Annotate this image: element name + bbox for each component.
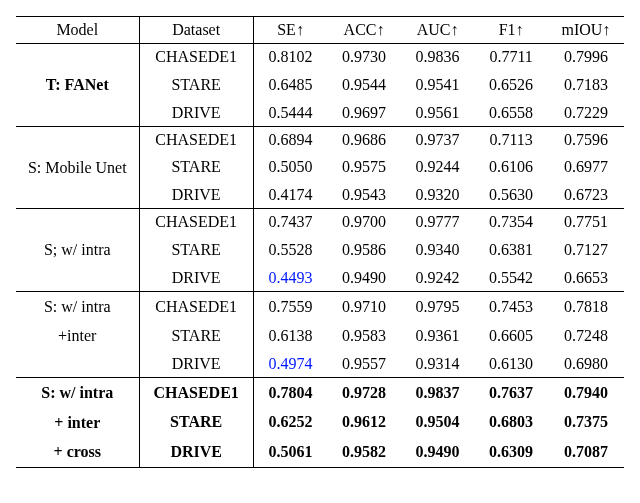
table-row: + crossDRIVE0.50610.95820.94900.63090.70… [16, 437, 624, 467]
dataset-cell: STARE [139, 408, 253, 438]
acc-cell: 0.9730 [327, 44, 401, 71]
model-cell [16, 351, 139, 378]
model-cell: S: w/ intra [16, 377, 139, 407]
model-cell: + cross [16, 437, 139, 467]
se-cell: 0.7804 [253, 377, 327, 407]
miou-cell: 0.7087 [548, 437, 624, 467]
f1-cell: 0.6526 [474, 70, 548, 100]
miou-cell: 0.7229 [548, 100, 624, 127]
miou-cell: 0.7375 [548, 408, 624, 438]
acc-cell: 0.9543 [327, 182, 401, 209]
table-row: DRIVE0.49740.95570.93140.61300.6980 [16, 351, 624, 378]
dataset-cell: CHASEDE1 [139, 44, 253, 71]
auc-cell: 0.9836 [401, 44, 475, 71]
acc-cell: 0.9583 [327, 321, 401, 351]
se-cell: 0.4174 [253, 182, 327, 209]
acc-cell: 0.9686 [327, 126, 401, 153]
dataset-cell: STARE [139, 153, 253, 183]
se-cell: 0.5061 [253, 437, 327, 467]
f1-cell: 0.7113 [474, 126, 548, 153]
table-row: DRIVE0.41740.95430.93200.56300.6723 [16, 182, 624, 209]
dataset-cell: STARE [139, 70, 253, 100]
auc-cell: 0.9777 [401, 209, 475, 236]
col-auc: AUC↑ [401, 17, 475, 44]
f1-cell: 0.6803 [474, 408, 548, 438]
dataset-cell: DRIVE [139, 351, 253, 378]
table-row: S: w/ intraCHASEDE10.75590.97100.97950.7… [16, 291, 624, 321]
f1-cell: 0.6309 [474, 437, 548, 467]
auc-cell: 0.9837 [401, 377, 475, 407]
miou-cell: 0.7996 [548, 44, 624, 71]
col-miou: mIOU↑ [548, 17, 624, 44]
model-cell: + inter [16, 408, 139, 438]
table-row: DRIVE0.44930.94900.92420.55420.6653 [16, 265, 624, 292]
se-cell: 0.4974 [253, 351, 327, 378]
table-row: + interSTARE0.62520.96120.95040.68030.73… [16, 408, 624, 438]
f1-cell: 0.6106 [474, 153, 548, 183]
model-cell: S; w/ intra [16, 235, 139, 265]
dataset-cell: DRIVE [139, 265, 253, 292]
se-cell: 0.5528 [253, 235, 327, 265]
table-row: CHASEDE10.74370.97000.97770.73540.7751 [16, 209, 624, 236]
acc-cell: 0.9728 [327, 377, 401, 407]
dataset-cell: CHASEDE1 [139, 291, 253, 321]
acc-cell: 0.9586 [327, 235, 401, 265]
header-row: Model Dataset SE↑ ACC↑ AUC↑ F1↑ mIOU↑ [16, 17, 624, 44]
auc-cell: 0.9561 [401, 100, 475, 127]
model-cell [16, 126, 139, 153]
auc-cell: 0.9244 [401, 153, 475, 183]
acc-cell: 0.9575 [327, 153, 401, 183]
f1-cell: 0.7453 [474, 291, 548, 321]
f1-cell: 0.5630 [474, 182, 548, 209]
table-row: CHASEDE10.68940.96860.97370.71130.7596 [16, 126, 624, 153]
model-cell: S: w/ intra [16, 291, 139, 321]
auc-cell: 0.9737 [401, 126, 475, 153]
se-cell: 0.8102 [253, 44, 327, 71]
auc-cell: 0.9795 [401, 291, 475, 321]
miou-cell: 0.6653 [548, 265, 624, 292]
dataset-cell: DRIVE [139, 437, 253, 467]
auc-cell: 0.9504 [401, 408, 475, 438]
acc-cell: 0.9710 [327, 291, 401, 321]
table-row: S: Mobile UnetSTARE0.50500.95750.92440.6… [16, 153, 624, 183]
model-cell [16, 265, 139, 292]
acc-cell: 0.9557 [327, 351, 401, 378]
auc-cell: 0.9320 [401, 182, 475, 209]
miou-cell: 0.7818 [548, 291, 624, 321]
miou-cell: 0.7940 [548, 377, 624, 407]
se-cell: 0.5444 [253, 100, 327, 127]
acc-cell: 0.9700 [327, 209, 401, 236]
table-row: CHASEDE10.81020.97300.98360.77110.7996 [16, 44, 624, 71]
f1-cell: 0.6130 [474, 351, 548, 378]
acc-cell: 0.9544 [327, 70, 401, 100]
dataset-cell: CHASEDE1 [139, 209, 253, 236]
miou-cell: 0.6980 [548, 351, 624, 378]
table-row: +interSTARE0.61380.95830.93610.66050.724… [16, 321, 624, 351]
acc-cell: 0.9582 [327, 437, 401, 467]
se-cell: 0.4493 [253, 265, 327, 292]
table-row: S: w/ intraCHASEDE10.78040.97280.98370.7… [16, 377, 624, 407]
dataset-cell: STARE [139, 321, 253, 351]
col-dataset: Dataset [139, 17, 253, 44]
model-cell [16, 44, 139, 71]
col-f1: F1↑ [474, 17, 548, 44]
se-cell: 0.6894 [253, 126, 327, 153]
model-cell [16, 182, 139, 209]
auc-cell: 0.9314 [401, 351, 475, 378]
model-cell: +inter [16, 321, 139, 351]
table-row: S; w/ intraSTARE0.55280.95860.93400.6381… [16, 235, 624, 265]
dataset-cell: DRIVE [139, 182, 253, 209]
dataset-cell: CHASEDE1 [139, 126, 253, 153]
model-cell [16, 209, 139, 236]
miou-cell: 0.7183 [548, 70, 624, 100]
dataset-cell: STARE [139, 235, 253, 265]
miou-cell: 0.6723 [548, 182, 624, 209]
auc-cell: 0.9340 [401, 235, 475, 265]
results-table: Model Dataset SE↑ ACC↑ AUC↑ F1↑ mIOU↑ CH… [16, 16, 624, 468]
se-cell: 0.6252 [253, 408, 327, 438]
auc-cell: 0.9361 [401, 321, 475, 351]
se-cell: 0.6485 [253, 70, 327, 100]
f1-cell: 0.6605 [474, 321, 548, 351]
auc-cell: 0.9490 [401, 437, 475, 467]
f1-cell: 0.6558 [474, 100, 548, 127]
